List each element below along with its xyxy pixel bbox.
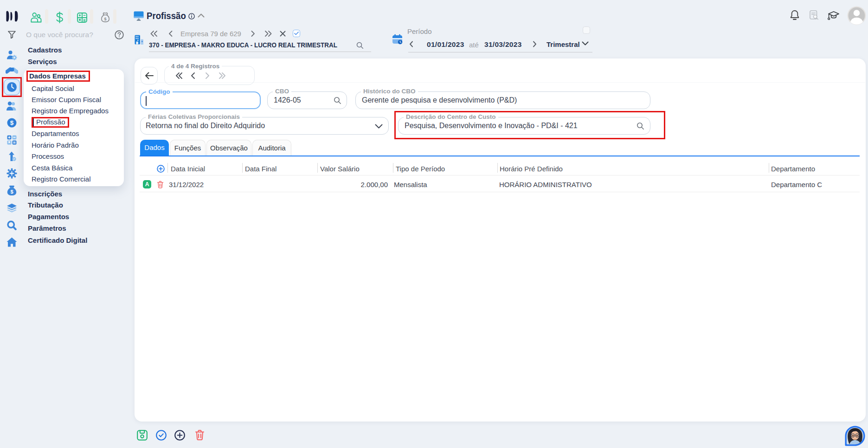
svg-text:$: $: [10, 189, 13, 195]
svg-text:$: $: [104, 17, 106, 21]
svg-text:$: $: [10, 119, 14, 126]
